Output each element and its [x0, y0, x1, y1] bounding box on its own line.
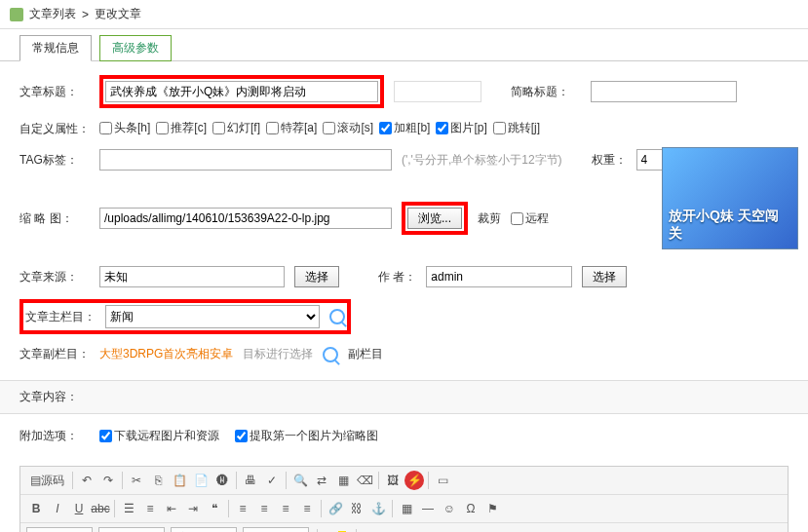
font-dropdown[interactable]: 字体	[171, 527, 237, 532]
italic-icon[interactable]: I	[48, 499, 67, 518]
editor-toolbar: ▤ 源码 ↶ ↷ ✂ ⎘ 📋 📄 🅦 🖶 ✓ 🔍 ⇄ ▦ ⌫ 🖼 ⚡ ▭ B I…	[19, 466, 789, 532]
clear-icon[interactable]: ⌫	[355, 471, 374, 490]
link-icon[interactable]: 🔗	[326, 499, 345, 518]
attr-s-checkbox[interactable]	[323, 122, 335, 134]
hr-icon[interactable]: —	[418, 499, 438, 518]
label-maincol: 文章主栏目：	[25, 309, 96, 325]
bold-icon[interactable]: B	[26, 499, 46, 518]
bgcolor-icon[interactable]: A▾	[338, 528, 353, 532]
copy-icon[interactable]: ⎘	[148, 471, 168, 490]
author-select-button[interactable]: 选择	[582, 266, 627, 287]
size-dropdown[interactable]: 大小	[243, 527, 309, 532]
page-icon[interactable]: ▭	[433, 471, 452, 490]
highlight-title	[99, 75, 384, 108]
ol-icon[interactable]: ☰	[119, 499, 138, 518]
paste-icon[interactable]: 📋	[170, 471, 189, 490]
subcol-label: 副栏目	[348, 346, 383, 362]
paste-text-icon[interactable]: 📄	[191, 471, 211, 490]
subcol-value: 大型3DRPG首次亮相安卓	[99, 346, 233, 362]
browse-button[interactable]: 浏览...	[407, 208, 462, 229]
tab-general[interactable]: 常规信息	[19, 35, 92, 61]
custom-attrs: 头条[h]推荐[c]幻灯[f]特荐[a]滚动[s]加粗[b]图片[p]跳转[j]	[99, 120, 546, 137]
breadcrumb-edit: 更改文章	[95, 6, 141, 22]
attr-p-checkbox[interactable]	[436, 122, 448, 134]
breadcrumb-list[interactable]: 文章列表	[29, 6, 76, 22]
folder-icon	[10, 8, 23, 21]
crop-link[interactable]: 裁剪	[478, 210, 501, 227]
align-right-icon[interactable]: ≡	[276, 499, 295, 518]
align-left-icon[interactable]: ≡	[233, 499, 252, 518]
attr-j-checkbox[interactable]	[493, 122, 506, 134]
source-select-button[interactable]: 选择	[294, 266, 339, 287]
dl-remote-checkbox[interactable]	[99, 430, 112, 442]
label-author: 作 者：	[378, 269, 416, 285]
thumb-input[interactable]	[99, 208, 392, 229]
highlight-maincol: 文章主栏目： 新闻	[19, 299, 351, 334]
author-input[interactable]	[426, 266, 572, 287]
search-icon[interactable]	[323, 347, 338, 362]
label-title: 文章标题：	[19, 84, 90, 100]
maincol-select[interactable]: 新闻	[105, 305, 320, 328]
search-icon[interactable]	[329, 309, 345, 324]
undo-icon[interactable]: ↶	[77, 471, 96, 490]
outdent-icon[interactable]: ⇤	[162, 499, 181, 518]
textcolor-icon[interactable]: A▾	[322, 528, 336, 532]
label-source: 文章来源：	[19, 269, 90, 285]
shorttitle-input[interactable]	[591, 81, 737, 102]
title-extra-input[interactable]	[394, 81, 481, 102]
format-dropdown[interactable]: 格式	[98, 527, 165, 532]
pagebreak-icon[interactable]: ¶▾	[361, 528, 380, 532]
quote-icon[interactable]: ❝	[205, 499, 224, 518]
cut-icon[interactable]: ✂	[127, 471, 146, 490]
attr-a-checkbox[interactable]	[266, 122, 279, 134]
attr-c-checkbox[interactable]	[156, 122, 169, 134]
label-shorttitle: 简略标题：	[511, 84, 581, 100]
tab-advanced[interactable]: 高级参数	[99, 35, 172, 61]
attr-h-checkbox[interactable]	[99, 122, 112, 134]
style-dropdown[interactable]: 样式	[26, 527, 93, 532]
redo-icon[interactable]: ↷	[98, 471, 118, 490]
label-extra: 附加选项：	[19, 428, 90, 444]
promo-banner: 放开小Q妹 天空闯关	[662, 147, 798, 249]
tabs: 常规信息 高级参数	[0, 29, 808, 61]
breadcrumb: 文章列表 > 更改文章	[0, 0, 808, 29]
source-button[interactable]: ▤ 源码	[26, 471, 68, 490]
anchor-icon[interactable]: ⚓	[368, 499, 388, 518]
print-icon[interactable]: 🖶	[241, 471, 260, 490]
flash-icon[interactable]: ⚡	[404, 471, 424, 490]
paste-word-icon[interactable]: 🅦	[212, 471, 232, 490]
find-icon[interactable]: 🔍	[290, 471, 310, 490]
highlight-browse: 浏览...	[402, 202, 468, 235]
label-thumb: 缩 略 图：	[19, 210, 90, 227]
label-custom: 自定义属性：	[19, 121, 90, 137]
indent-icon[interactable]: ⇥	[183, 499, 203, 518]
underline-icon[interactable]: U	[69, 499, 89, 518]
tag-input[interactable]	[99, 149, 392, 171]
source-input[interactable]	[99, 266, 285, 287]
label-subcol: 文章副栏目：	[19, 346, 90, 362]
content-header: 文章内容：	[0, 380, 808, 414]
title-input[interactable]	[105, 81, 378, 102]
image-icon[interactable]: 🖼	[383, 471, 403, 490]
selectall-icon[interactable]: ▦	[333, 471, 353, 490]
label-tag: TAG标签：	[19, 152, 90, 169]
label-weight: 权重：	[592, 152, 627, 169]
replace-icon[interactable]: ⇄	[312, 471, 331, 490]
tag-hint: (','号分开,单个标签小于12字节)	[402, 152, 562, 169]
ul-icon[interactable]: ≡	[140, 499, 160, 518]
strike-icon[interactable]: abc	[91, 499, 110, 518]
firstimg-checkbox[interactable]	[235, 430, 248, 442]
flag-icon[interactable]: ⚑	[482, 499, 502, 518]
unlink-icon[interactable]: ⛓	[347, 499, 366, 518]
smiley-icon[interactable]: ☺	[440, 499, 459, 518]
align-center-icon[interactable]: ≡	[254, 499, 274, 518]
attr-f-checkbox[interactable]	[212, 122, 225, 134]
remote-checkbox[interactable]	[511, 212, 523, 225]
special-icon[interactable]: Ω	[461, 499, 481, 518]
table-icon[interactable]: ▦	[397, 499, 416, 518]
attr-b-checkbox[interactable]	[379, 122, 392, 134]
align-justify-icon[interactable]: ≡	[297, 499, 317, 518]
spell-icon[interactable]: ✓	[262, 471, 282, 490]
